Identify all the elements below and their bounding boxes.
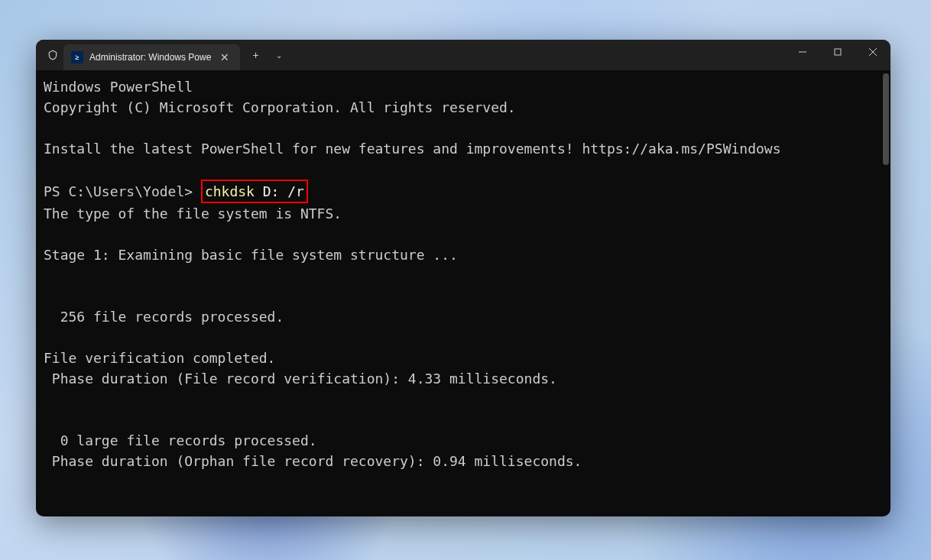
output-line: 256 file records processed. [44,309,284,325]
new-tab-button[interactable]: + [245,46,266,64]
minimize-button[interactable] [785,40,820,64]
svg-rect-1 [835,49,841,55]
powershell-icon: ≥ [71,51,83,63]
close-tab-button[interactable]: ✕ [217,50,232,65]
terminal-window: ≥ Administrator: Windows Powe ✕ + ⌄ Wind… [36,40,890,516]
output-line: Windows PowerShell [44,79,193,95]
prompt: PS C:\Users\Yodel> [44,183,201,199]
terminal-output[interactable]: Windows PowerShell Copyright (C) Microso… [36,70,890,516]
output-line: File verification completed. [44,350,275,366]
output-line: Stage 1: Examining basic file system str… [44,247,458,263]
highlighted-command: chkdsk D: /r [201,180,308,203]
output-line: Phase duration (Orphan file record recov… [44,453,582,469]
maximize-button[interactable] [820,40,855,64]
tab-dropdown-button[interactable]: ⌄ [268,48,290,63]
shield-icon [47,49,59,61]
output-line: Phase duration (File record verification… [44,371,557,387]
scrollbar-thumb[interactable] [883,73,889,165]
command-args: D: /r [255,183,304,199]
command-name: chkdsk [205,183,255,199]
tab-active[interactable]: ≥ Administrator: Windows Powe ✕ [63,44,240,70]
close-window-button[interactable] [855,40,890,64]
output-line: 0 large file records processed. [44,432,317,448]
output-line: Copyright (C) Microsoft Corporation. All… [44,99,516,115]
titlebar[interactable]: ≥ Administrator: Windows Powe ✕ + ⌄ [36,40,890,70]
output-line: Install the latest PowerShell for new fe… [44,141,781,157]
window-controls [785,40,890,64]
output-line: The type of the file system is NTFS. [44,206,342,222]
tab-title: Administrator: Windows Powe [89,52,211,63]
